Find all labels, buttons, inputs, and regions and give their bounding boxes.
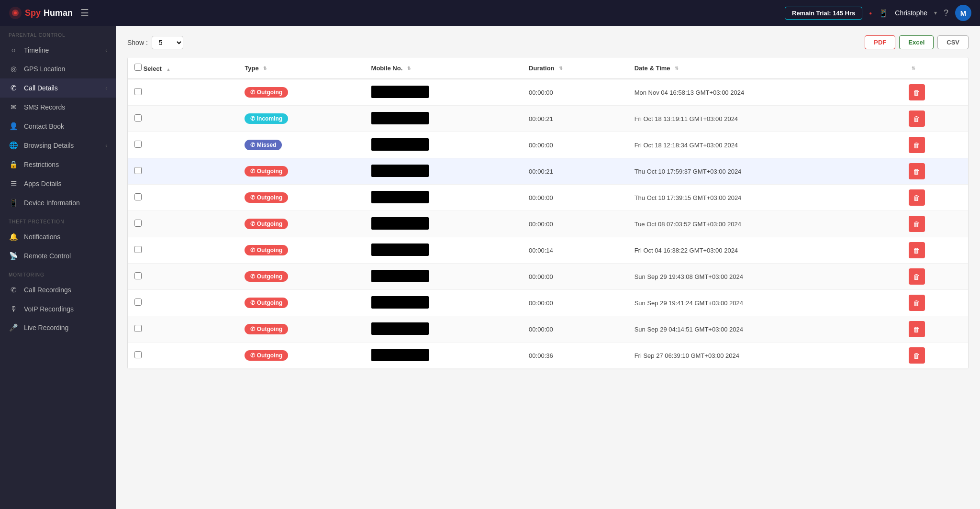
pdf-button[interactable]: PDF <box>865 35 895 49</box>
avatar[interactable]: M <box>955 5 971 21</box>
type-badge: ✆ Outgoing <box>245 298 288 308</box>
device-icon: 📱 <box>9 199 18 207</box>
sidebar-item-device[interactable]: 📱 Device Information <box>0 193 116 212</box>
delete-button[interactable]: 🗑 <box>909 84 925 100</box>
cell-checkbox <box>128 158 238 185</box>
row-checkbox[interactable] <box>134 272 142 279</box>
cell-type: ✆ Outgoing <box>238 158 364 185</box>
cell-actions: 🗑 <box>902 132 968 158</box>
delete-button[interactable]: 🗑 <box>909 216 925 232</box>
delete-button[interactable]: 🗑 <box>909 137 925 153</box>
row-checkbox[interactable] <box>134 299 142 306</box>
cell-datetime: Fri Oct 04 16:38:22 GMT+03:00 2024 <box>628 237 902 264</box>
cell-datetime: Sun Sep 29 19:43:08 GMT+03:00 2024 <box>628 264 902 290</box>
sort-icon-select: ▲ <box>167 67 171 72</box>
cell-checkbox <box>128 106 238 132</box>
cell-datetime: Fri Oct 18 12:18:34 GMT+03:00 2024 <box>628 132 902 158</box>
navbar-left: SpyHuman ☰ <box>9 6 89 20</box>
row-checkbox[interactable] <box>134 220 142 227</box>
sidebar-item-call-recordings[interactable]: ✆ Call Recordings <box>0 280 116 299</box>
mobile-redacted <box>371 270 429 282</box>
hamburger-menu[interactable]: ☰ <box>80 7 89 19</box>
mobile-redacted <box>371 86 429 98</box>
row-checkbox[interactable] <box>134 351 142 358</box>
sidebar-item-notifications[interactable]: 🔔 Notifications <box>0 227 116 246</box>
mobile-redacted <box>371 138 429 151</box>
user-name[interactable]: Christophe <box>895 9 927 17</box>
row-checkbox[interactable] <box>134 246 142 253</box>
select-all-checkbox[interactable] <box>134 64 142 71</box>
cell-checkbox <box>128 264 238 290</box>
call-icon: ✆ <box>9 84 18 92</box>
cell-datetime: Thu Oct 10 17:39:15 GMT+03:00 2024 <box>628 185 902 211</box>
live-icon: 🎤 <box>9 323 18 332</box>
cell-type: ✆ Outgoing <box>238 237 364 264</box>
mobile-redacted <box>371 191 429 203</box>
cell-actions: 🗑 <box>902 290 968 316</box>
sidebar: PARENTAL CONTROL ○ Timeline ‹ ◎ GPS Loca… <box>0 26 116 509</box>
mobile-redacted <box>371 349 429 361</box>
chevron-icon-call: ‹ <box>105 85 107 91</box>
type-badge: ✆ Outgoing <box>245 324 288 334</box>
cell-duration: 00:00:14 <box>522 237 628 264</box>
cell-actions: 🗑 <box>902 79 968 106</box>
sidebar-label-call-recordings: Call Recordings <box>24 286 71 294</box>
navbar: SpyHuman ☰ Remain Trial: 145 Hrs ● 📱 Chr… <box>0 0 980 26</box>
excel-button[interactable]: Excel <box>899 35 934 49</box>
delete-button[interactable]: 🗑 <box>909 295 925 311</box>
sidebar-item-sms[interactable]: ✉ SMS Records <box>0 98 116 117</box>
cell-checkbox <box>128 237 238 264</box>
delete-button[interactable]: 🗑 <box>909 242 925 258</box>
type-badge: ✆ Outgoing <box>245 87 288 98</box>
delete-button[interactable]: 🗑 <box>909 111 925 127</box>
logo-human: Human <box>44 8 73 18</box>
cell-duration: 00:00:00 <box>522 185 628 211</box>
cell-duration: 00:00:00 <box>522 290 628 316</box>
type-badge: ✆ Incoming <box>245 113 288 124</box>
row-checkbox[interactable] <box>134 167 142 174</box>
notifications-icon: 🔔 <box>9 232 18 241</box>
row-checkbox[interactable] <box>134 88 142 95</box>
sidebar-item-contact-book[interactable]: 👤 Contact Book <box>0 117 116 136</box>
sidebar-label-contact-book: Contact Book <box>24 122 64 130</box>
delete-button[interactable]: 🗑 <box>909 189 925 206</box>
sidebar-item-call-details[interactable]: ✆ Call Details ‹ <box>0 78 116 98</box>
export-buttons: PDF Excel CSV <box>865 35 969 49</box>
show-select[interactable]: 5 10 25 50 100 <box>152 36 183 49</box>
sort-icon-actions: ⇅ <box>912 66 915 71</box>
cell-duration: 00:00:00 <box>522 264 628 290</box>
cell-mobile <box>365 290 523 316</box>
table-row: ✆ Outgoing 00:00:21 Thu Oct 10 17:59:37 … <box>128 158 968 185</box>
table-body: ✆ Outgoing 00:00:00 Mon Nov 04 16:58:13 … <box>128 79 968 369</box>
delete-button[interactable]: 🗑 <box>909 268 925 285</box>
sidebar-item-browsing[interactable]: 🌐 Browsing Details ‹ <box>0 136 116 155</box>
sidebar-item-timeline[interactable]: ○ Timeline ‹ <box>0 41 116 59</box>
delete-button[interactable]: 🗑 <box>909 347 925 364</box>
delete-button[interactable]: 🗑 <box>909 321 925 337</box>
cell-datetime: Mon Nov 04 16:58:13 GMT+03:00 2024 <box>628 79 902 106</box>
cell-type: ✆ Outgoing <box>238 264 364 290</box>
row-checkbox[interactable] <box>134 141 142 148</box>
row-checkbox[interactable] <box>134 193 142 200</box>
row-checkbox[interactable] <box>134 325 142 332</box>
sidebar-item-apps[interactable]: ☰ Apps Details <box>0 174 116 193</box>
cell-type: ✆ Outgoing <box>238 185 364 211</box>
cell-type: ✆ Outgoing <box>238 316 364 343</box>
data-table-wrapper: Select ▲ Type ⇅ Mobile No. ⇅ Duration <box>127 57 969 369</box>
logo-spy: Spy <box>25 8 41 18</box>
sidebar-item-live[interactable]: 🎤 Live Recording <box>0 318 116 337</box>
sidebar-item-voip[interactable]: 🎙 VoIP Recordings <box>0 299 116 318</box>
help-icon[interactable]: ? <box>944 8 948 18</box>
sidebar-item-restrictions[interactable]: 🔒 Restrictions <box>0 155 116 174</box>
sort-icon-mobile: ⇅ <box>407 66 411 71</box>
csv-button[interactable]: CSV <box>937 35 969 49</box>
sidebar-item-remote[interactable]: 📡 Remote Control <box>0 246 116 266</box>
cell-type: ✆ Missed <box>238 132 364 158</box>
logo-icon <box>9 6 22 20</box>
sidebar-item-gps[interactable]: ◎ GPS Location <box>0 59 116 78</box>
sidebar-label-voip: VoIP Recordings <box>24 305 74 313</box>
delete-button[interactable]: 🗑 <box>909 163 925 179</box>
row-checkbox[interactable] <box>134 114 142 122</box>
user-dropdown-icon[interactable]: ▾ <box>934 10 937 16</box>
mobile-redacted <box>371 322 429 335</box>
